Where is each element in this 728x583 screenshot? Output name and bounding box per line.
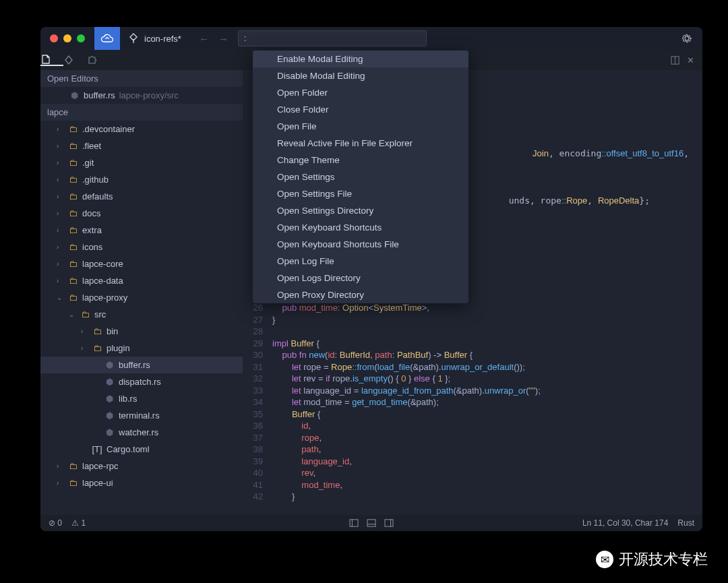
- folder-icon: 🗀: [67, 276, 78, 286]
- palette-item[interactable]: Open Settings Directory: [253, 202, 468, 219]
- line-number: 32: [243, 373, 272, 385]
- folder-item[interactable]: ›🗀lapce-core: [40, 255, 243, 272]
- palette-item[interactable]: Disable Modal Editing: [253, 67, 468, 84]
- folder-item[interactable]: ›🗀defaults: [40, 188, 243, 205]
- folder-item[interactable]: ›🗀icons: [40, 239, 243, 255]
- palette-item[interactable]: Open Log File: [253, 253, 468, 270]
- line-number: 33: [243, 385, 272, 397]
- cloud-button[interactable]: [94, 27, 120, 50]
- maximize-window-icon[interactable]: [77, 34, 85, 42]
- item-label: .fleet: [82, 141, 101, 151]
- warning-count[interactable]: ⚠ 1: [71, 518, 86, 528]
- code-line: 34 let mod_time = get_mod_time(&path);: [243, 396, 702, 408]
- palette-item[interactable]: Open Keyboard Shortcuts: [253, 219, 468, 236]
- line-number: 29: [243, 338, 272, 350]
- folder-item[interactable]: ›🗀bin: [40, 323, 243, 340]
- chevron-icon: ›: [57, 210, 63, 217]
- folder-item[interactable]: ›🗀plugin: [40, 340, 243, 357]
- line-content: mod_time,: [272, 479, 342, 491]
- item-label: lapce-proxy: [82, 293, 127, 303]
- palette-item[interactable]: Open File: [253, 118, 468, 135]
- chevron-icon: ⌄: [57, 294, 63, 301]
- file-item[interactable]: ⬢buffer.rs: [40, 357, 243, 373]
- folder-item[interactable]: ›🗀.fleet: [40, 137, 243, 154]
- item-label: watcher.rs: [119, 427, 158, 437]
- error-count[interactable]: ⊘ 0: [49, 518, 62, 528]
- item-label: terminal.rs: [119, 410, 160, 421]
- folder-item[interactable]: ›🗀lapce-data: [40, 272, 243, 289]
- palette-item[interactable]: Open Folder: [253, 84, 468, 101]
- line-number: 26: [243, 302, 272, 314]
- palette-item[interactable]: Open Proxy Directory: [253, 286, 468, 303]
- folder-icon: 🗀: [67, 175, 78, 185]
- folder-item[interactable]: ›🗀.github: [40, 171, 243, 188]
- panel-layout-1-icon[interactable]: [349, 519, 359, 527]
- open-editor-item[interactable]: ⬢ buffer.rs lapce-proxy/src: [40, 87, 243, 104]
- minimize-window-icon[interactable]: [63, 34, 71, 42]
- palette-item[interactable]: Open Settings File: [253, 185, 468, 202]
- item-label: icons: [82, 242, 102, 252]
- palette-item[interactable]: Close Folder: [253, 101, 468, 118]
- folder-item[interactable]: ›🗀.git: [40, 154, 243, 171]
- folder-item[interactable]: ›🗀.devcontainer: [40, 121, 243, 137]
- scm-tab[interactable]: [63, 55, 86, 65]
- rust-file-icon: ⬢: [104, 410, 115, 421]
- title-bar: icon-refs* ← → :: [40, 27, 702, 50]
- line-number: 42: [243, 491, 272, 503]
- chevron-icon: ›: [81, 328, 88, 335]
- file-item[interactable]: ⬢watcher.rs: [40, 424, 243, 441]
- folder-item[interactable]: ›🗀docs: [40, 205, 243, 222]
- folder-item[interactable]: ›🗀lapce-ui: [40, 474, 243, 491]
- extensions-tab[interactable]: [86, 55, 109, 65]
- nav-back-icon[interactable]: ←: [199, 33, 209, 44]
- branch-indicator[interactable]: icon-refs*: [120, 33, 189, 44]
- close-window-icon[interactable]: [50, 34, 58, 42]
- code-line: 42 }: [243, 491, 702, 503]
- palette-item[interactable]: Open Logs Directory: [253, 270, 468, 286]
- palette-item[interactable]: Enable Modal Editing: [253, 51, 468, 67]
- item-label: src: [94, 309, 106, 319]
- code-line: 41 mod_time,: [243, 479, 702, 491]
- explorer-tab[interactable]: [40, 54, 63, 66]
- file-item[interactable]: ⬢terminal.rs: [40, 407, 243, 424]
- palette-item[interactable]: Change Theme: [253, 152, 468, 168]
- line-number: 34: [243, 396, 272, 408]
- file-item[interactable]: ⬢lib.rs: [40, 390, 243, 407]
- diamond-icon: [63, 55, 74, 65]
- file-item[interactable]: [T]Cargo.toml: [40, 441, 243, 458]
- item-label: docs: [82, 208, 100, 218]
- palette-item[interactable]: Open Settings: [253, 168, 468, 185]
- line-content: path,: [272, 443, 321, 456]
- folder-item[interactable]: ›🗀lapce-rpc: [40, 458, 243, 474]
- language-mode[interactable]: Rust: [677, 518, 694, 528]
- folder-item[interactable]: ⌄🗀lapce-proxy: [40, 289, 243, 306]
- palette-item[interactable]: Open Keyboard Shortcuts File: [253, 236, 468, 253]
- code-line: 31 let rope = Rope::from(load_file(&path…: [243, 361, 702, 373]
- line-content: let rev = if rope.is_empty() { 0 } else …: [272, 373, 450, 385]
- chevron-icon: ›: [57, 125, 63, 133]
- file-item[interactable]: ⬢dispatch.rs: [40, 373, 243, 390]
- panel-layout-2-icon[interactable]: [367, 519, 376, 527]
- line-content: language_id,: [272, 456, 352, 468]
- code-line: 28: [243, 326, 702, 338]
- settings-button[interactable]: [681, 32, 693, 44]
- rust-file-icon: ⬢: [69, 90, 80, 100]
- open-editors-header[interactable]: Open Editors: [40, 70, 243, 87]
- folder-icon: 🗀: [67, 461, 78, 471]
- workspace-root[interactable]: lapce: [40, 104, 243, 121]
- folder-item[interactable]: ⌄🗀src: [40, 306, 243, 323]
- palette-item[interactable]: Reveal Active File in File Explorer: [253, 135, 468, 152]
- item-label: lapce-rpc: [82, 461, 118, 471]
- close-editor-icon[interactable]: ✕: [687, 55, 694, 65]
- line-number: 35: [243, 408, 272, 421]
- split-editor-icon[interactable]: [670, 55, 680, 65]
- cursor-position[interactable]: Ln 11, Col 30, Char 174: [582, 518, 668, 528]
- toml-file-icon: [T]: [92, 444, 102, 454]
- sidebar: Open Editors ⬢ buffer.rs lapce-proxy/src…: [40, 70, 243, 515]
- folder-icon: 🗀: [67, 293, 78, 303]
- panel-layout-3-icon[interactable]: [384, 519, 394, 527]
- command-input[interactable]: :: [238, 30, 427, 47]
- folder-item[interactable]: ›🗀extra: [40, 222, 243, 239]
- line-content: let mod_time = get_mod_time(&path);: [272, 396, 439, 408]
- nav-forward-icon[interactable]: →: [218, 33, 229, 44]
